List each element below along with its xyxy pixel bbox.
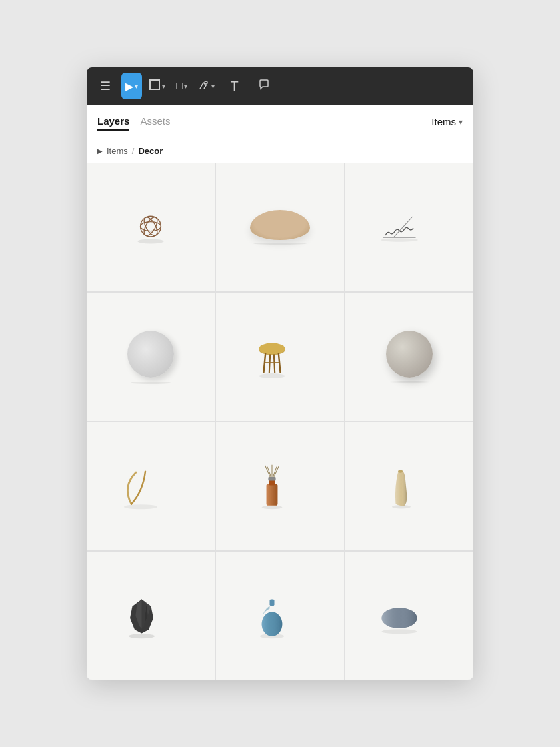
- svg-point-3: [137, 239, 163, 244]
- stick-visual: [117, 463, 184, 510]
- vase-oval-visual: [376, 597, 443, 634]
- svg-line-10: [394, 217, 413, 237]
- text-icon: T: [231, 79, 239, 94]
- disk-visual: [87, 293, 215, 421]
- comment-tool-button[interactable]: [251, 73, 277, 99]
- grid-item-disk[interactable]: [87, 293, 215, 421]
- breadcrumb-expand-icon[interactable]: ▶: [97, 147, 103, 155]
- grid-item-cushion[interactable]: [216, 163, 344, 291]
- frame-chevron: ▾: [162, 83, 165, 90]
- breadcrumb: ▶ Items / Decor: [87, 139, 473, 163]
- vase-blue-visual: [253, 592, 307, 639]
- text-tool-button[interactable]: T: [221, 73, 248, 99]
- pen-chevron: ▾: [211, 83, 215, 90]
- svg-rect-24: [268, 477, 275, 481]
- tab-layers[interactable]: Layers: [97, 113, 129, 131]
- select-tool-button[interactable]: ▶ ▾: [121, 73, 142, 99]
- toolbar: ☰ ▶ ▾ ▾ □ ▾ ▾: [87, 67, 473, 105]
- grid-item-vase-tall[interactable]: [345, 422, 473, 550]
- rect-chevron: ▾: [184, 83, 187, 90]
- incense-visual: [376, 212, 443, 243]
- breadcrumb-parent[interactable]: Items: [107, 146, 128, 156]
- svg-point-32: [129, 634, 155, 638]
- items-chevron-icon: ▾: [459, 117, 463, 127]
- svg-rect-0: [150, 80, 159, 89]
- grid-item-orb[interactable]: [87, 163, 215, 291]
- items-grid: [87, 163, 473, 680]
- grid-item-vase-oval[interactable]: [345, 552, 473, 680]
- rect-tool-button[interactable]: □ ▾: [172, 73, 191, 99]
- svg-point-8: [381, 238, 418, 242]
- grid-item-stick[interactable]: [87, 422, 215, 550]
- diffuser-visual: [253, 463, 307, 510]
- svg-line-17: [274, 354, 275, 373]
- sphere-visual: [345, 293, 473, 421]
- svg-point-43: [381, 629, 417, 634]
- svg-rect-40: [270, 600, 275, 606]
- rect-icon: □: [176, 80, 183, 92]
- panel-header: Layers Assets Items ▾: [87, 105, 473, 139]
- svg-point-5: [141, 222, 161, 231]
- grid-item-vase-blue[interactable]: [216, 552, 344, 680]
- panel-content: [87, 163, 473, 680]
- pen-icon: [198, 79, 210, 93]
- breadcrumb-current: Decor: [138, 146, 163, 156]
- app-window: ☰ ▶ ▾ ▾ □ ▾ ▾: [87, 67, 473, 680]
- grid-item-sphere[interactable]: [345, 293, 473, 421]
- grid-item-incense[interactable]: [345, 163, 473, 291]
- panel-tabs: Layers Assets: [97, 113, 170, 131]
- svg-point-2: [205, 81, 207, 84]
- cushion-visual: [216, 163, 344, 291]
- frame-icon: [149, 79, 161, 93]
- grid-item-diffuser[interactable]: [216, 422, 344, 550]
- menu-icon: ☰: [100, 79, 111, 93]
- menu-button[interactable]: ☰: [92, 73, 119, 99]
- items-dropdown[interactable]: Items ▾: [431, 116, 463, 127]
- orb-visual: [124, 201, 177, 254]
- select-chevron: ▾: [135, 83, 138, 90]
- vase-dark-visual: [121, 592, 181, 639]
- svg-point-13: [259, 343, 285, 354]
- svg-point-20: [262, 506, 283, 510]
- comment-icon: [257, 78, 271, 95]
- svg-point-11: [259, 374, 285, 378]
- svg-rect-22: [267, 484, 278, 506]
- svg-point-45: [381, 608, 417, 628]
- breadcrumb-separator: /: [132, 146, 135, 156]
- svg-line-16: [269, 354, 270, 373]
- grid-item-vase-dark[interactable]: [87, 552, 215, 680]
- frame-tool-button[interactable]: ▾: [145, 73, 169, 99]
- tab-assets[interactable]: Assets: [140, 113, 170, 131]
- svg-point-31: [398, 470, 403, 473]
- stool-visual: [253, 335, 307, 380]
- pen-tool-button[interactable]: ▾: [194, 73, 219, 99]
- svg-point-19: [124, 504, 157, 509]
- vase-tall-visual: [383, 463, 436, 510]
- select-icon: ▶: [125, 80, 133, 93]
- svg-point-42: [262, 612, 283, 636]
- grid-item-stool[interactable]: [216, 293, 344, 421]
- items-label: Items: [431, 116, 456, 127]
